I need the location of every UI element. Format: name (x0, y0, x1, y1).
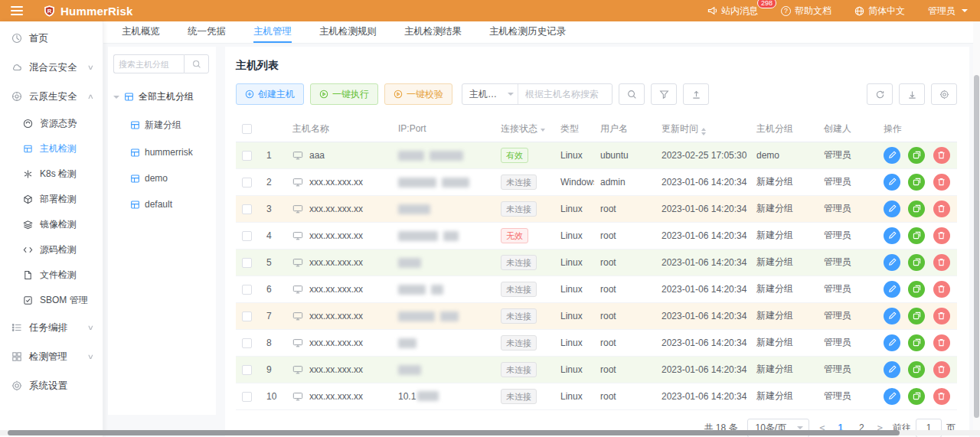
delete-button[interactable] (933, 281, 950, 298)
delete-button[interactable] (933, 361, 950, 378)
sidebar-item-resource[interactable]: 资源态势 (0, 111, 103, 136)
delete-button[interactable] (933, 174, 950, 191)
delete-button[interactable] (933, 201, 950, 217)
one-click-execute-button[interactable]: 一键执行 (310, 83, 378, 105)
username-cell: root (594, 329, 655, 356)
one-click-verify-button[interactable]: 一键校验 (384, 83, 452, 105)
user-menu[interactable]: 管理员 (928, 5, 968, 18)
sidebar-item-cloud-native[interactable]: 云原生安全 ∧ (0, 82, 103, 111)
copy-button[interactable] (908, 308, 925, 324)
copy-button[interactable] (908, 281, 925, 298)
tab-host-detection-rules[interactable]: 主机检测规则 (319, 21, 377, 43)
delete-button[interactable] (933, 308, 950, 324)
tab-host-overview[interactable]: 主机概览 (122, 21, 160, 43)
sidebar-item-file-detection[interactable]: 文件检测 (0, 263, 103, 288)
copy-button[interactable] (908, 388, 925, 405)
tab-host-detection-results[interactable]: 主机检测结果 (404, 21, 462, 43)
delete-button[interactable] (933, 147, 950, 164)
delete-button[interactable] (933, 254, 950, 271)
tab-host-detection-history[interactable]: 主机检测历史记录 (489, 21, 566, 43)
edit-button[interactable] (884, 361, 900, 378)
edit-button[interactable] (884, 227, 900, 244)
row-checkbox[interactable] (242, 338, 252, 348)
sidebar-item-hybrid-cloud[interactable]: 混合云安全 ∨ (0, 53, 103, 82)
tree-node-all-groups[interactable]: 全部主机分组 (113, 90, 211, 103)
column-updated[interactable]: 更新时间 (655, 116, 750, 142)
row-checkbox[interactable] (242, 365, 252, 375)
filter-button[interactable] (651, 83, 677, 105)
row-checkbox[interactable] (242, 285, 252, 295)
download-button[interactable] (899, 83, 925, 105)
site-messages[interactable]: 站内消息 298 (707, 5, 758, 18)
tree-node-group[interactable]: 新建分组 (130, 119, 211, 132)
search-button[interactable] (619, 83, 645, 105)
host-search-input[interactable] (518, 85, 612, 103)
row-checkbox[interactable] (242, 311, 252, 321)
sidebar-item-home[interactable]: 首页 (0, 24, 103, 53)
upload-button[interactable] (683, 83, 709, 105)
delete-button[interactable] (933, 227, 950, 244)
tab-host-management[interactable]: 主机管理 (253, 21, 292, 43)
help-docs[interactable]: ? 帮助文档 (781, 5, 831, 18)
language-switcher[interactable]: 简体中文 (854, 5, 905, 18)
tree-node-group[interactable]: hummerrisk (130, 147, 211, 158)
create-host-button[interactable]: 创建主机 (236, 83, 304, 105)
sidebar-item-source-detection[interactable]: 源码检测 (0, 237, 103, 263)
edit-button[interactable] (884, 174, 900, 191)
row-checkbox[interactable] (242, 204, 252, 214)
search-field-select[interactable]: 主机名称 (462, 88, 518, 101)
edit-button[interactable] (884, 388, 900, 405)
deploy-icon (23, 194, 33, 204)
menu-toggle-icon[interactable] (11, 6, 23, 15)
edit-button[interactable] (884, 308, 900, 324)
vertical-scrollbar[interactable] (973, 21, 980, 432)
tree-node-group[interactable]: demo (130, 173, 211, 184)
status-badge: 无效 (501, 228, 528, 243)
row-checkbox[interactable] (242, 231, 252, 241)
delete-button[interactable] (933, 334, 950, 351)
copy-button[interactable] (908, 227, 925, 244)
sort-icons[interactable] (701, 128, 706, 135)
horizontal-scrollbar[interactable] (0, 430, 980, 435)
tree-expand-caret[interactable] (113, 96, 119, 99)
tab-credentials[interactable]: 统一凭据 (188, 21, 226, 43)
sidebar-item-task-orchestration[interactable]: 任务编排 ∨ (0, 313, 103, 342)
sidebar-item-host-detection[interactable]: 主机检测 (0, 136, 103, 161)
table-settings-button[interactable] (931, 83, 957, 105)
delete-button[interactable] (933, 388, 950, 405)
sidebar-item-detection-management[interactable]: 检测管理 ∨ (0, 342, 103, 371)
copy-button[interactable] (908, 147, 925, 164)
image-layers-icon (23, 220, 33, 230)
sidebar-item-system-settings[interactable]: 系统设置 (0, 371, 103, 400)
row-checkbox[interactable] (242, 151, 252, 161)
group-search-input[interactable] (113, 54, 184, 73)
select-all-checkbox[interactable] (242, 124, 252, 134)
row-checkbox[interactable] (242, 258, 252, 268)
edit-button[interactable] (884, 254, 900, 271)
sidebar-item-sbom[interactable]: SBOM 管理 (0, 288, 103, 313)
vertical-scrollbar-thumb[interactable] (974, 75, 979, 418)
row-checkbox[interactable] (242, 178, 252, 188)
tree-node-group[interactable]: default (130, 199, 211, 210)
sidebar-item-k8s-detection[interactable]: K8s 检测 (0, 161, 103, 187)
copy-button[interactable] (908, 201, 925, 217)
actions-cell (877, 302, 957, 329)
edit-button[interactable] (884, 147, 900, 164)
username-cell: root (594, 195, 655, 222)
group-search-button[interactable] (184, 54, 209, 73)
row-checkbox[interactable] (242, 392, 252, 402)
copy-button[interactable] (908, 254, 925, 271)
copy-button[interactable] (908, 361, 925, 378)
edit-button[interactable] (884, 281, 900, 298)
column-status[interactable]: 连接状态 (495, 116, 554, 142)
copy-button[interactable] (908, 174, 925, 191)
sidebar-item-image-detection[interactable]: 镜像检测 (0, 212, 103, 237)
edit-button[interactable] (884, 201, 900, 217)
horizontal-scrollbar-thumb[interactable] (8, 430, 900, 435)
sidebar-item-deploy-detection[interactable]: 部署检测 (0, 187, 103, 212)
copy-button[interactable] (908, 334, 925, 351)
edit-button[interactable] (884, 334, 900, 351)
status-badge: 未连接 (501, 174, 537, 190)
refresh-button[interactable] (867, 83, 893, 105)
os-type-cell: Linux (554, 249, 594, 276)
